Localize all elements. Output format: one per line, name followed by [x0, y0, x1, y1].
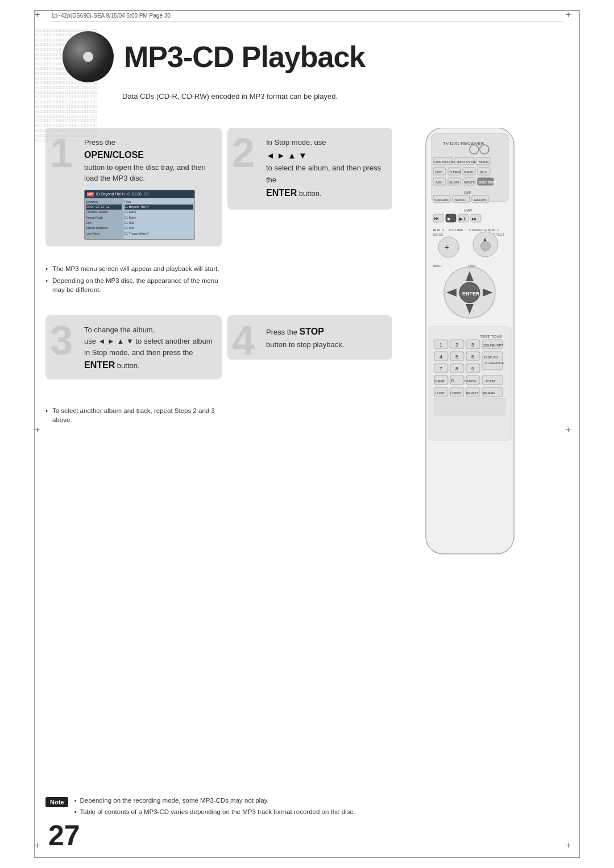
- step-1-bullet-1: • The MP3 menu screen will appear and pl…: [45, 264, 222, 273]
- svg-text:0: 0: [451, 378, 454, 383]
- step-2-box: 2 In Stop mode, use ◄ ► ▲ ▼ to select th…: [227, 128, 392, 210]
- svg-text:MENUS: MENUS: [474, 198, 487, 202]
- svg-text:TUNING/CH: TUNING/CH: [468, 228, 487, 232]
- svg-text:⊞ PL 3: ⊞ PL 3: [488, 228, 499, 232]
- svg-text:ZOOM: ZOOM: [486, 379, 495, 383]
- step-1-title: OPEN/CLOSE: [84, 150, 144, 160]
- remote-control: TV DVD RECEIVER OPEN/CLOSE INPUT/VIDEO M…: [417, 128, 525, 760]
- svg-text:TUNER: TUNER: [449, 170, 461, 174]
- svg-text:⏭: ⏭: [472, 216, 476, 222]
- svg-text:DISC SKIP: DISC SKIP: [479, 181, 496, 184]
- crosshair-top-left: [37, 14, 46, 23]
- step-2-body2: button.: [299, 189, 322, 198]
- step-3-enter: ENTER: [84, 360, 115, 370]
- svg-text:5: 5: [455, 354, 458, 360]
- svg-text:DVB: DVB: [435, 170, 442, 174]
- step-1-box: 1 Press the OPEN/CLOSE button to open th…: [45, 128, 222, 247]
- screen-top-bar: MP3 01 Beyond The H ⏱ 01:20 Off: [85, 190, 194, 198]
- svg-rect-105: [434, 398, 505, 415]
- screen-right-col: Files 01 Beyond The H 01 Early 01 Early …: [123, 198, 194, 240]
- svg-text:CANCEL: CANCEL: [464, 379, 477, 383]
- screen-off: Off: [144, 192, 149, 196]
- step-4-stop: STOP: [300, 327, 324, 336]
- svg-text:9: 9: [471, 366, 474, 372]
- svg-text:LBK: LBK: [464, 190, 472, 194]
- crosshair-bottom-right: [568, 845, 577, 854]
- step-4-content: 4 Press the STOP button to stop playback…: [237, 324, 383, 350]
- svg-text:VOLUME: VOLUME: [449, 228, 463, 232]
- step-3-body: use ◄ ► ▲ ▼ to select another album in S…: [84, 337, 213, 357]
- svg-text:MISC: MISC: [433, 264, 442, 268]
- step-3-box: 3 To change the album, use ◄ ► ▲ ▼ to se…: [45, 315, 222, 379]
- svg-text:SUPERS: SUPERS: [434, 198, 449, 202]
- header-text: 1p~42p(DS690)-SEA 9/15/04 5:00 PM Page 3…: [51, 12, 171, 19]
- page-title: MP3-CD Playback: [124, 40, 365, 74]
- svg-text:MODE: MODE: [433, 233, 443, 236]
- svg-text:SLOW: SLOW: [449, 181, 459, 184]
- svg-text:TEST TONE: TEST TONE: [480, 335, 502, 339]
- step-3-intro-text: To change the album,: [84, 326, 155, 334]
- svg-text:BAND: BAND: [464, 170, 474, 174]
- svg-text:OPEN/CLOSE: OPEN/CLOSE: [434, 160, 457, 164]
- step-4-intro-text: Press the: [266, 328, 297, 336]
- svg-text:TV  DVD RECEIVER: TV DVD RECEIVER: [443, 141, 484, 146]
- svg-text:LOGO: LOGO: [435, 391, 445, 395]
- svg-text:MODE: MODE: [479, 160, 489, 164]
- svg-text:REPEAT: REPEAT: [466, 391, 479, 395]
- step-2-intro-text: In Stop mode, use: [266, 138, 326, 147]
- step-4-intro: Press the STOP button to stop playback.: [266, 324, 383, 350]
- crosshair-top-right: [568, 14, 577, 23]
- page-border-bottom: [34, 857, 580, 858]
- step-1-bullets: • The MP3 menu screen will appear and pl…: [45, 264, 222, 297]
- note-label: Note: [45, 797, 68, 807]
- subtitle: Data CDs (CD-R, CD-RW) encoded in MP3 fo…: [122, 92, 338, 101]
- step-1-text: Press the OPEN/CLOSE button to open the …: [55, 137, 213, 184]
- step-2-intro: In Stop mode, use ◄ ► ▲ ▼ to select the …: [266, 137, 383, 201]
- mp3-logo: MP3: [87, 192, 94, 197]
- crosshair-mid-left: [37, 429, 46, 439]
- step-2-content: 2 In Stop mode, use ◄ ► ▲ ▼ to select th…: [237, 137, 383, 201]
- svg-text:MA/ST: MA/ST: [464, 181, 475, 184]
- svg-text:2: 2: [455, 342, 458, 348]
- svg-rect-80: [482, 352, 503, 370]
- step-4-text: Press the STOP button to stop playback.: [237, 324, 383, 350]
- cd-icon: [63, 31, 114, 82]
- page-border-right: [579, 10, 580, 858]
- svg-text:+: +: [445, 243, 449, 252]
- svg-text:⏮: ⏮: [434, 216, 439, 221]
- svg-text:REMAIN: REMAIN: [483, 391, 495, 395]
- crosshair-bottom-left: [37, 845, 46, 854]
- screen-left-col: Directory ROOT CP CP 12 Cinema Parado Ae…: [85, 198, 123, 240]
- step-1-content: 1 Press the OPEN/CLOSE button to open th…: [55, 137, 213, 184]
- screen-body: Directory ROOT CP CP 12 Cinema Parado Ae…: [85, 198, 194, 240]
- svg-text:K.VIDEO: K.VIDEO: [450, 391, 461, 395]
- svg-text:▶⏸: ▶⏸: [459, 216, 467, 222]
- step-3-content: 3 To change the album, use ◄ ► ▲ ▼ to se…: [55, 324, 213, 373]
- svg-text:VHF: VHF: [464, 208, 472, 212]
- step-2-arrows: ◄ ► ▲ ▼: [266, 151, 307, 160]
- svg-text:ASC: ASC: [435, 181, 443, 184]
- svg-text:DISPLAY/: DISPLAY/: [484, 356, 499, 359]
- svg-text:SLEEP: SLEEP: [434, 379, 445, 383]
- note-bullet-2: • Table of contents of a MP3-CD varies d…: [74, 807, 355, 817]
- svg-text:SOUND RPT: SOUND RPT: [483, 344, 504, 347]
- step-3-intro: To change the album, use ◄ ► ▲ ▼ to sele…: [84, 324, 213, 373]
- title-section: MP3-CD Playback: [63, 31, 546, 82]
- header-line-bar: [51, 22, 563, 22]
- svg-text:4: 4: [439, 354, 442, 360]
- note-box: Note • Depending on the recording mode, …: [45, 796, 453, 817]
- svg-text:3: 3: [471, 342, 474, 348]
- step-1-intro-text: Press the: [84, 138, 115, 147]
- header-line: 1p~42p(DS690)-SEA 9/15/04 5:00 PM Page 3…: [51, 12, 563, 19]
- screen-track: 01 Beyond The H: [96, 192, 125, 196]
- screen-time: ⏱ 01:20: [127, 192, 141, 196]
- svg-text:⊞ PL 3: ⊞ PL 3: [433, 228, 444, 232]
- step-4-body: button to stop playback.: [266, 340, 344, 349]
- svg-text:8: 8: [455, 366, 458, 372]
- svg-text:AUX: AUX: [480, 170, 487, 174]
- note-bullet-1: • Depending on the recording mode, some …: [74, 796, 355, 806]
- step-2-enter: ENTER: [266, 188, 297, 198]
- step-3-body2: button.: [117, 361, 140, 370]
- step-2-text: In Stop mode, use ◄ ► ▲ ▼ to select the …: [237, 137, 383, 201]
- svg-text:7: 7: [439, 366, 442, 372]
